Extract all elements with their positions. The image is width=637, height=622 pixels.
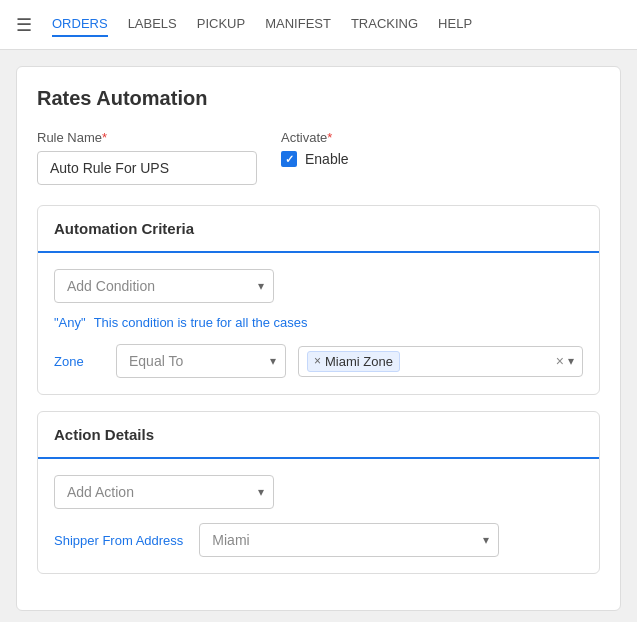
miami-zone-tag: × Miami Zone (307, 351, 400, 372)
enable-checkbox[interactable] (281, 151, 297, 167)
hamburger-icon[interactable]: ☰ (16, 14, 32, 36)
nav-link-labels[interactable]: LABELS (128, 12, 177, 37)
tag-remove-icon[interactable]: × (314, 355, 321, 367)
shipper-select[interactable]: Miami (199, 523, 499, 557)
enable-label: Enable (305, 151, 349, 167)
zone-tag-select[interactable]: × Miami Zone × ▾ (298, 346, 583, 377)
tag-dropdown-arrow-icon[interactable]: ▾ (568, 354, 574, 368)
add-action-dropdown[interactable]: Add Action ▾ (54, 475, 274, 509)
activate-group: Activate* Enable (281, 130, 349, 167)
shipper-row: Shipper From Address Miami ▾ (54, 523, 583, 557)
zone-label: Zone (54, 354, 104, 369)
nav-link-pickup[interactable]: PICKUP (197, 12, 245, 37)
condition-any-row: "Any" This condition is true for all the… (54, 315, 583, 330)
page-title: Rates Automation (37, 87, 600, 110)
action-details-body: Add Action ▾ Shipper From Address Miami … (38, 459, 599, 573)
action-details-section: Action Details Add Action ▾ Shipper From… (37, 411, 600, 574)
nav-link-help[interactable]: HELP (438, 12, 472, 37)
tag-clear-icon[interactable]: × (556, 353, 564, 369)
zone-row: Zone Equal To ▾ × Miami Zone (54, 344, 583, 378)
automation-criteria-section: Automation Criteria Add Condition ▾ "Any… (37, 205, 600, 395)
rule-name-label: Rule Name* (37, 130, 257, 145)
enable-checkbox-row: Enable (281, 151, 349, 167)
tag-select-controls: × ▾ (556, 353, 574, 369)
tag-label: Miami Zone (325, 354, 393, 369)
any-label: "Any" (54, 315, 86, 330)
equal-to-select[interactable]: Equal To (116, 344, 286, 378)
rule-name-input[interactable] (37, 151, 257, 185)
rule-name-group: Rule Name* (37, 130, 257, 185)
shipper-label: Shipper From Address (54, 533, 183, 548)
action-details-header: Action Details (38, 412, 599, 459)
add-condition-dropdown[interactable]: Add Condition ▾ (54, 269, 274, 303)
rule-name-required: * (102, 130, 107, 145)
rule-activate-row: Rule Name* Activate* Enable (37, 130, 600, 185)
add-condition-select[interactable]: Add Condition (54, 269, 274, 303)
add-action-select[interactable]: Add Action (54, 475, 274, 509)
automation-criteria-header: Automation Criteria (38, 206, 599, 253)
shipper-dropdown[interactable]: Miami ▾ (199, 523, 499, 557)
top-nav: ☰ ORDERS LABELS PICKUP MANIFEST TRACKING… (0, 0, 637, 50)
nav-link-orders[interactable]: ORDERS (52, 12, 108, 37)
activate-label: Activate* (281, 130, 349, 145)
nav-link-tracking[interactable]: TRACKING (351, 12, 418, 37)
main-card: Rates Automation Rule Name* Activate* En… (16, 66, 621, 611)
activate-required: * (327, 130, 332, 145)
equal-to-dropdown[interactable]: Equal To ▾ (116, 344, 286, 378)
condition-description: This condition is true for all the cases (94, 315, 308, 330)
main-content: Rates Automation Rule Name* Activate* En… (0, 50, 637, 622)
automation-criteria-body: Add Condition ▾ "Any" This condition is … (38, 253, 599, 394)
nav-links: ORDERS LABELS PICKUP MANIFEST TRACKING H… (52, 12, 472, 37)
nav-link-manifest[interactable]: MANIFEST (265, 12, 331, 37)
